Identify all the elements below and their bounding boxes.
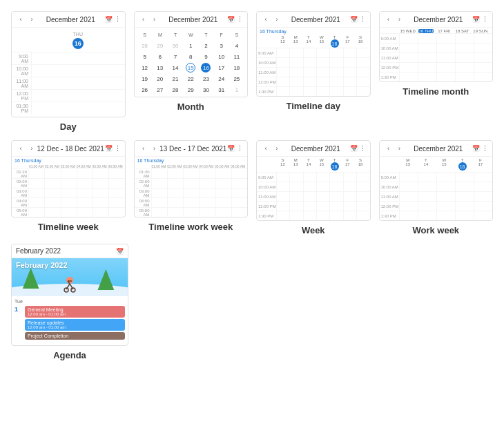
tl-day-prev-btn[interactable]: ‹ xyxy=(261,14,271,24)
day-time-row-1: 9:00 AM xyxy=(12,52,125,64)
timeline-month-label: Timeline month xyxy=(379,86,494,97)
ww-next-btn[interactable]: › xyxy=(395,144,405,153)
agenda-label: Agenda xyxy=(11,350,128,360)
week-label: Week xyxy=(256,225,371,235)
agenda-header: February 2022 📅 xyxy=(12,244,128,258)
day-time-1: 9:00 AM xyxy=(12,54,31,64)
tl-week-header: ‹ › 12 Dec - 18 Dec 2021 📅 ⋮ xyxy=(12,141,125,157)
agenda-calendar-icon[interactable]: 📅 xyxy=(116,248,124,255)
day-time-row-5: 01:30 PM xyxy=(12,101,125,114)
tl-ww-nav[interactable]: ‹ › xyxy=(139,144,159,153)
tl-day-header: ‹ › December 2021 📅 ⋮ xyxy=(257,12,370,28)
agenda-day-events: 1 General Meeting 12:00 am - 01:00 am Re… xyxy=(14,306,125,341)
day-time-3: 11:00 AM xyxy=(12,79,31,88)
agenda-event-3[interactable]: Project Completion xyxy=(25,332,125,340)
tl-day-nav[interactable]: ‹ › xyxy=(261,14,282,24)
tl-ww-prev-btn[interactable]: ‹ xyxy=(139,144,148,153)
month-row-1: 28 29 30 1 2 3 4 xyxy=(137,40,245,51)
day-time-2: 10:00 AM xyxy=(12,66,31,76)
week-nav[interactable]: ‹ › xyxy=(261,144,282,153)
tl-week-day-rows: 01:30 AM 02:00 AM xyxy=(12,168,125,217)
month-icons: 📅 ⋮ xyxy=(227,16,243,23)
tl-day-more-icon[interactable]: ⋮ xyxy=(360,16,366,23)
agenda-title: February 2022 xyxy=(16,247,116,255)
tl-week-more-icon[interactable]: ⋮ xyxy=(115,145,121,152)
tl-week-prev-btn[interactable]: ‹ xyxy=(16,144,26,153)
ww-icons: 📅 ⋮ xyxy=(472,145,488,152)
tl-ww-calendar-icon[interactable]: 📅 xyxy=(227,145,235,152)
timeline-day-label: Timeline day xyxy=(256,101,371,111)
day-next-btn[interactable]: › xyxy=(27,14,37,24)
month-prev-btn[interactable]: ‹ xyxy=(139,14,148,24)
tl-week-today-label: 16 Thursday xyxy=(12,157,125,164)
tl-week-next-btn[interactable]: › xyxy=(27,144,37,153)
ww-calendar-icon[interactable]: 📅 xyxy=(472,145,480,152)
month-calendar-icon[interactable]: 📅 xyxy=(227,16,235,23)
day-weekday-label: THU 16 xyxy=(34,32,122,50)
tl-day-title: December 2021 xyxy=(282,16,350,23)
tl-month-prev-btn[interactable]: ‹ xyxy=(384,14,394,24)
day-time-5: 01:30 PM xyxy=(12,104,31,113)
week-widget-wrap: ‹ › December 2021 📅 ⋮ S12 M13 T14 W15 T … xyxy=(256,140,371,235)
day-calendar-icon[interactable]: 📅 xyxy=(105,16,113,23)
week-prev-btn[interactable]: ‹ xyxy=(261,144,271,153)
tl-month-more-icon[interactable]: ⋮ xyxy=(482,16,488,23)
ww-more-icon[interactable]: ⋮ xyxy=(482,145,488,152)
week-day-header: S12 M13 T14 W15 T 16 F17 S18 xyxy=(257,157,370,172)
agenda-body: Tue 1 General Meeting 12:00 am - 01:00 a… xyxy=(12,296,128,345)
agenda-event-1[interactable]: General Meeting 12:00 am - 01:00 am xyxy=(25,306,125,318)
tl-month-header: ‹ › December 2021 📅 ⋮ xyxy=(380,12,493,28)
month-row-3: 12 13 14 15 16 17 18 xyxy=(137,62,245,73)
month-grid: S M T W T F S 28 29 30 1 2 3 4 xyxy=(135,28,248,97)
tl-month-time-rows: 9:00 AM 10:00 AM 11:00 AM 12:00 PM 1:30 … xyxy=(380,33,493,81)
day-time-row-2: 10:00 AM xyxy=(12,64,125,77)
day-view: THU 16 9:00 AM 10:00 AM 11:00 AM xyxy=(12,28,125,117)
month-row-4: 19 20 21 22 23 24 25 xyxy=(137,73,245,84)
timeline-work-week-widget-wrap: ‹ › 13 Dec - 17 Dec 2021 📅 ⋮ 16 Thursday… xyxy=(134,140,249,235)
month-widget-wrap: ‹ › December 2021 📅 ⋮ S M T W T F xyxy=(134,11,249,132)
agenda-illustration: February 2022 xyxy=(12,258,128,296)
month-weekday-header: S M T W T F S xyxy=(137,29,245,40)
week-next-btn[interactable]: › xyxy=(272,144,282,153)
day-time-row-3: 11:00 AM xyxy=(12,77,125,89)
month-more-icon[interactable]: ⋮ xyxy=(237,16,243,23)
work-week-calendar: ‹ › December 2021 📅 ⋮ M13 T14 W15 T 16 xyxy=(379,140,494,221)
ww-nav[interactable]: ‹ › xyxy=(384,144,405,153)
week-calendar: ‹ › December 2021 📅 ⋮ S12 M13 T14 W15 T … xyxy=(256,140,371,221)
week-calendar-icon[interactable]: 📅 xyxy=(350,145,358,152)
agenda-event-2[interactable]: Release updates 12:00 am - 01:00 am xyxy=(25,319,125,331)
agenda-icons: 📅 xyxy=(116,248,124,255)
day-prev-btn[interactable]: ‹ xyxy=(16,14,26,24)
day-weekday-row: THU 16 xyxy=(12,30,125,52)
tl-week-calendar-icon[interactable]: 📅 xyxy=(105,145,113,152)
tl-day-days-row: S12 M13 T14 W15 T 16 F17 S18 xyxy=(257,35,370,48)
tl-day-next-btn[interactable]: › xyxy=(272,14,282,24)
day-more-icon[interactable]: ⋮ xyxy=(115,16,121,23)
ww-title: December 2021 xyxy=(405,145,473,153)
tl-month-next-btn[interactable]: › xyxy=(395,14,405,24)
tl-week-nav[interactable]: ‹ › xyxy=(16,144,37,153)
ww-time-rows: 9:00 AM 10:00 AM 11:00 AM 12:00 PM 1:30 … xyxy=(380,172,493,220)
timeline-week-calendar: ‹ › 12 Dec - 18 Dec 2021 📅 ⋮ 16 Thursday… xyxy=(11,140,126,217)
tl-month-nav[interactable]: ‹ › xyxy=(384,14,405,24)
day-label: Day xyxy=(11,122,126,132)
timeline-work-week-calendar: ‹ › 13 Dec - 17 Dec 2021 📅 ⋮ 16 Thursday… xyxy=(134,140,249,217)
day-nav[interactable]: ‹ › xyxy=(16,14,37,24)
timeline-week-label: Timeline week xyxy=(11,222,126,232)
ww-header: ‹ › December 2021 📅 ⋮ xyxy=(380,141,493,157)
week-icons: 📅 ⋮ xyxy=(350,145,366,152)
ww-prev-btn[interactable]: ‹ xyxy=(384,144,394,153)
month-nav[interactable]: ‹ › xyxy=(139,14,159,24)
day-header: ‹ › December 2021 📅 ⋮ xyxy=(12,12,125,28)
tl-month-calendar-icon[interactable]: 📅 xyxy=(472,16,480,23)
tl-ww-more-icon[interactable]: ⋮ xyxy=(237,145,243,152)
work-week-widget-wrap: ‹ › December 2021 📅 ⋮ M13 T14 W15 T 16 xyxy=(379,140,494,235)
month-label: Month xyxy=(134,101,249,112)
month-header: ‹ › December 2021 📅 ⋮ xyxy=(135,12,248,28)
tl-day-calendar-icon[interactable]: 📅 xyxy=(350,16,358,23)
tl-ww-next-btn[interactable]: › xyxy=(150,144,159,153)
week-more-icon[interactable]: ⋮ xyxy=(360,145,366,152)
month-next-btn[interactable]: › xyxy=(150,14,159,24)
timeline-month-calendar: ‹ › December 2021 📅 ⋮ 15 WED 16 THU 17 F… xyxy=(379,11,494,82)
month-calendar: ‹ › December 2021 📅 ⋮ S M T W T F xyxy=(134,11,249,97)
